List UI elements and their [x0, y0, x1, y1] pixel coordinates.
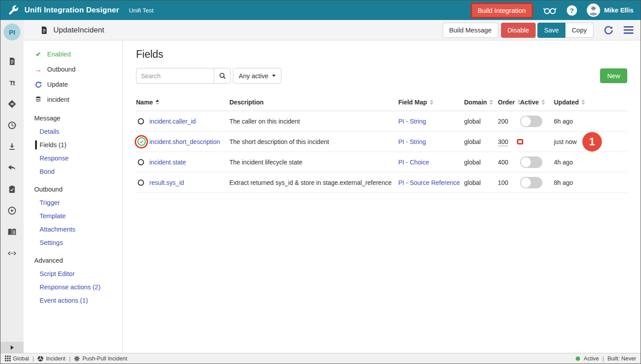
column-header-description: Description	[229, 99, 398, 106]
field-map-link[interactable]: PI - Choice	[398, 159, 429, 166]
status-bar: Global | Incident | Push-Pull Incident A…	[0, 353, 641, 364]
search-input[interactable]	[136, 68, 214, 84]
column-header-active[interactable]: Active	[520, 99, 554, 106]
check-circle-icon	[137, 137, 146, 146]
footer-item-incident[interactable]: Incident	[37, 356, 65, 362]
directions-icon[interactable]	[7, 99, 17, 109]
active-toggle[interactable]	[520, 177, 542, 188]
record-state-icon	[136, 118, 149, 124]
column-header-order[interactable]: Order	[498, 99, 520, 106]
active-toggle[interactable]	[520, 156, 542, 168]
sidebar-expand-button[interactable]	[0, 342, 24, 353]
record-actions: Build Message Disable Save Copy	[443, 23, 633, 38]
nav-item-trigger[interactable]: Trigger	[34, 196, 122, 209]
table-row: incident.state The incident lifecycle st…	[136, 152, 627, 172]
process-avatar[interactable]: PI	[4, 24, 20, 40]
nav-item-response[interactable]: Response	[34, 152, 122, 165]
field-name-link[interactable]: result.sys_id	[149, 179, 184, 186]
document-icon[interactable]	[7, 56, 17, 66]
user-name: Mike Ellis	[604, 7, 633, 14]
field-name-link[interactable]: incident.short_description	[149, 138, 220, 145]
field-map-link[interactable]: PI - String	[398, 138, 426, 145]
help-icon[interactable]: ?	[567, 5, 577, 16]
footer-item-push-pull-incident[interactable]: Push-Pull Incident	[74, 356, 127, 362]
database-icon	[34, 96, 42, 103]
field-map-link[interactable]: PI - Source Reference	[398, 179, 460, 186]
document-icon	[40, 26, 48, 35]
main-content: Fields Any active New Name Description	[123, 40, 641, 353]
status-dot-icon	[576, 356, 580, 361]
tasks-icon[interactable]	[7, 184, 17, 194]
glasses-icon[interactable]	[543, 5, 557, 16]
nav-item-update[interactable]: Update	[34, 77, 122, 92]
field-description: The incident lifecycle state	[229, 159, 398, 166]
circle-icon	[138, 118, 144, 124]
nav-item-template[interactable]: Template	[34, 209, 122, 223]
field-map-link[interactable]: PI - String	[398, 118, 426, 125]
field-description: Extract returned sys_id & store in stage…	[229, 179, 398, 186]
column-header-name[interactable]: Name	[136, 99, 229, 106]
nav-item-fields[interactable]: Fields (1)	[34, 138, 122, 152]
nav-item-outbound[interactable]: → Outbound	[34, 62, 122, 77]
build-message-button[interactable]: Build Message	[443, 23, 498, 38]
field-name-link[interactable]: incident.state	[149, 159, 186, 166]
menu-button[interactable]	[624, 26, 633, 34]
record-state-icon	[136, 180, 149, 186]
page-title: Fields	[136, 48, 641, 60]
field-name-link[interactable]: incident.caller_id	[149, 118, 196, 125]
code-icon[interactable]	[7, 248, 17, 258]
chevron-right-icon	[11, 345, 14, 350]
nav-item-incident[interactable]: incident	[34, 92, 122, 107]
field-order: 200	[498, 118, 520, 125]
active-toggle[interactable]	[520, 116, 542, 127]
field-domain: global	[464, 138, 498, 145]
footer-item-global[interactable]: Global	[5, 356, 29, 362]
build-integration-button[interactable]: Build Integration	[471, 3, 533, 18]
check-icon: ✔	[34, 51, 42, 58]
nav-item-settings[interactable]: Settings	[34, 236, 122, 249]
book-icon[interactable]	[7, 227, 17, 237]
column-header-updated[interactable]: Updated	[554, 99, 607, 106]
sort-icon	[541, 100, 545, 105]
circle-icon	[138, 159, 144, 165]
sidebar-nav: ✔ Enabled → Outbound Update incident Mes…	[24, 40, 123, 353]
text-icon[interactable]: Tt	[7, 78, 17, 88]
new-button[interactable]: New	[600, 68, 627, 83]
nav-section-title: Advanced	[34, 254, 122, 267]
play-icon[interactable]	[7, 206, 17, 216]
annotation-highlight-ring	[135, 135, 148, 148]
nav-item-event-actions[interactable]: Event actions (1)	[34, 294, 122, 307]
field-description: The caller on this incident	[229, 118, 398, 125]
arrow-right-icon: →	[34, 66, 42, 73]
fields-table: Name Description Field Map Domain Order	[136, 93, 627, 193]
nav-item-response-actions[interactable]: Response actions (2)	[34, 280, 122, 294]
column-header-domain[interactable]: Domain	[464, 99, 498, 106]
user-menu[interactable]: Mike Ellis	[587, 4, 633, 17]
disable-button[interactable]: Disable	[501, 23, 536, 38]
topbar-actions: Build Integration ? Mike Ellis	[471, 3, 634, 18]
gear-icon	[74, 356, 80, 362]
separator: |	[69, 356, 70, 362]
nav-item-script-editor[interactable]: Script Editor	[34, 267, 122, 280]
history-icon[interactable]	[7, 120, 17, 130]
reply-icon[interactable]	[7, 163, 17, 173]
field-updated: 8h ago	[554, 179, 607, 186]
nav-item-enabled[interactable]: ✔ Enabled	[34, 47, 122, 62]
column-header-field-map[interactable]: Field Map	[398, 99, 464, 106]
refresh-button[interactable]	[603, 25, 614, 36]
download-icon[interactable]	[7, 142, 17, 152]
active-filter-dropdown[interactable]: Any active	[233, 68, 281, 84]
nav-item-attachments[interactable]: Attachments	[34, 223, 122, 236]
save-button[interactable]: Save	[537, 23, 565, 38]
field-updated: 6h ago	[554, 118, 607, 125]
search-button[interactable]	[214, 68, 231, 84]
nav-item-details[interactable]: Details	[34, 125, 122, 138]
separator: |	[602, 356, 604, 362]
top-bar: Unifi Integration Designer Unifi Test Bu…	[0, 0, 641, 20]
list-controls: Any active New	[136, 68, 627, 84]
nav-item-bond[interactable]: Bond	[34, 165, 122, 178]
copy-button[interactable]: Copy	[565, 23, 593, 38]
table-header: Name Description Field Map Domain Order	[136, 93, 627, 111]
field-description: The short description of this incident	[229, 138, 398, 145]
nav-section-title: Message	[34, 112, 122, 125]
